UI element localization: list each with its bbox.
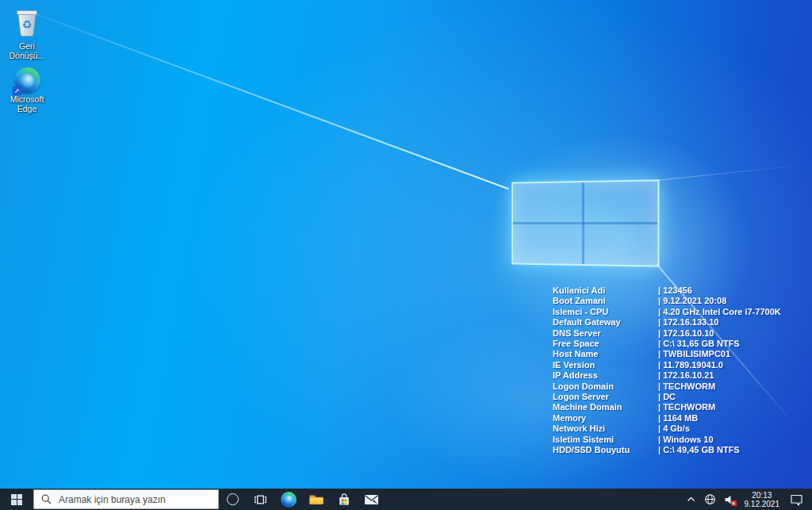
taskbar-item-file-explorer[interactable] [302,489,330,510]
taskbar: × 20:13 9.12.2021 [0,489,812,510]
desktop-icon-microsoft-edge[interactable]: ➚ Microsoft Edge [4,67,50,113]
system-info-list: Kullanici Adi | 123456 Boot Zamani | 9.1… [553,286,808,456]
desktop-screen: ♻ Geri Dönüşü... ➚ Microsoft Edge Kullan… [0,0,812,510]
system-info-row: Logon Server | DC [553,392,808,402]
microsoft-edge-icon [281,492,297,508]
light-beam [657,163,812,181]
system-info-value: | 4 Gb/s [658,424,808,434]
system-info-label: Islemci - CPU [553,307,658,317]
desktop-icon-recycle-bin[interactable]: ♻ Geri Dönüşü... [4,6,50,60]
system-info-label: Default Gateway [553,317,658,328]
system-info-row: Free Space | C:\ 31,65 GB NTFS [553,339,808,349]
system-info-value: | TECHWORM [658,402,808,412]
system-info-row: Isletim Sistemi | Windows 10 [553,435,808,445]
desktop-icon-label: Microsoft Edge [10,95,44,113]
system-info-value: | 172.16.133.10 [658,317,808,328]
windows-logo-wallpaper [511,179,659,267]
taskbar-item-task-view[interactable] [247,489,274,510]
system-info-value: | C:\ 31,65 GB NTFS [658,339,808,349]
system-info-row: Logon Domain | TECHWORM [553,382,808,392]
start-button[interactable] [0,489,33,510]
system-info-value: | 123456 [658,286,808,296]
system-info-value: | 172.16.10.21 [658,370,808,381]
taskbar-item-microsoft-edge[interactable] [274,489,302,510]
tray-volume[interactable]: × [720,489,739,510]
shortcut-arrow-badge: ➚ [13,86,21,95]
tray-hidden-icons[interactable] [682,489,701,510]
light-beam [0,0,509,190]
system-info-overlay: Kullanici Adi | 123456 Boot Zamani | 9.1… [553,286,808,456]
tray-network[interactable] [701,489,720,510]
system-info-label: Logon Server [553,392,658,402]
system-info-row: HDD/SSD Bouyutu | C:\ 49,45 GB NTFS [553,445,808,455]
taskbar-search[interactable] [33,489,219,509]
taskbar-item-cortana[interactable] [219,489,247,510]
system-info-label: Logon Domain [553,382,658,392]
system-info-label: Isletim Sistemi [553,435,658,445]
system-info-label: HDD/SSD Bouyutu [553,445,658,455]
network-globe-icon [704,493,716,505]
cortana-icon [227,493,239,505]
system-info-row: Islemci - CPU | 4.20 GHz Intel Core i7-7… [553,307,808,317]
system-info-row: Network Hizi | 4 Gb/s [553,424,808,434]
mail-icon [364,494,379,505]
system-info-row: Memory | 1164 MB [553,413,808,424]
system-info-row: Kullanici Adi | 123456 [553,286,808,296]
system-info-label: IP Address [553,370,658,381]
volume-muted-badge: × [731,500,737,506]
clock-time: 20:13 [752,491,772,500]
system-tray: × 20:13 9.12.2021 [682,489,812,510]
system-info-row: IP Address | 172.16.10.21 [553,370,808,381]
search-icon [41,494,52,504]
system-info-label: Host Name [553,349,658,359]
chevron-up-icon [687,497,695,502]
tray-clock[interactable]: 20:13 9.12.2021 [739,489,786,510]
system-info-value: | DC [658,392,808,402]
system-info-value: | 9.12.2021 20:08 [658,296,808,306]
taskbar-item-mail[interactable] [358,489,385,510]
system-info-label: Free Space [553,339,658,349]
windows-start-icon [11,494,22,505]
system-info-row: Machine Domain | TECHWORM [553,402,808,412]
microsoft-edge-icon: ➚ [14,67,40,94]
system-info-label: Kullanici Adi [553,286,658,296]
svg-text:♻: ♻ [22,18,33,31]
recycle-bin-icon: ♻ [13,6,41,40]
system-info-row: IE Version | 11.789.19041.0 [553,360,808,370]
system-info-row: Boot Zamani | 9.12.2021 20:08 [553,296,808,306]
system-info-value: | Windows 10 [658,435,808,445]
system-info-label: Memory [553,413,658,424]
file-explorer-icon [308,493,324,506]
microsoft-store-icon [338,493,350,507]
system-info-value: | 4.20 GHz Intel Core i7-7700K [658,307,808,317]
system-info-label: DNS Server [553,328,658,339]
clock-date: 9.12.2021 [745,500,780,508]
system-info-label: Boot Zamani [553,296,658,306]
system-info-value: | 1164 MB [658,413,808,424]
system-info-value: | TECHWORM [658,382,808,392]
action-center-icon [790,493,803,506]
system-info-row: Host Name | TWBILISIMPC01 [553,349,808,359]
search-input[interactable] [57,493,218,506]
system-info-label: Network Hizi [553,424,658,434]
system-info-value: | TWBILISIMPC01 [658,349,808,359]
system-info-row: DNS Server | 172.16.10.10 [553,328,808,339]
system-info-label: Machine Domain [553,402,658,412]
system-info-row: Default Gateway | 172.16.133.10 [553,317,808,328]
taskbar-item-microsoft-store[interactable] [330,489,358,510]
system-info-label: IE Version [553,360,658,370]
task-view-icon [254,494,267,505]
system-info-value: | C:\ 49,45 GB NTFS [658,445,808,455]
system-info-value: | 172.16.10.10 [658,328,808,339]
system-info-value: | 11.789.19041.0 [658,360,808,370]
action-center-button[interactable] [785,489,807,510]
windows-logo-divider [513,222,657,224]
desktop-icon-label: Geri Dönüşü... [10,42,45,60]
